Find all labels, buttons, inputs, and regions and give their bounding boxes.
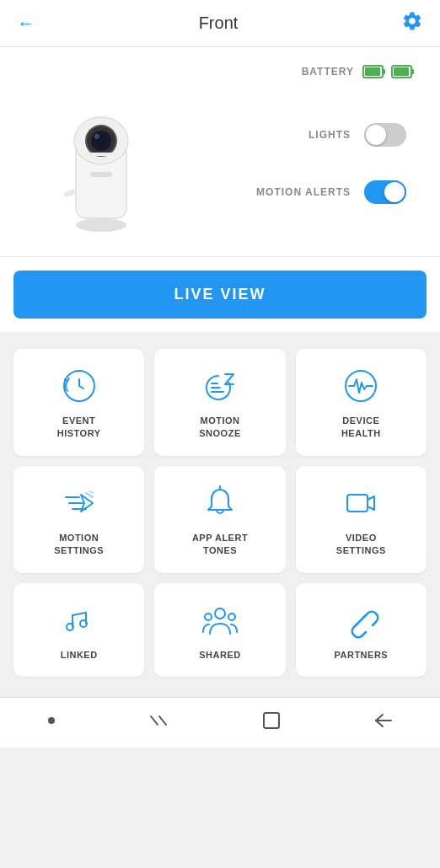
camera-and-controls: LIGHTS MOTION ALERTS [25, 88, 415, 239]
camera-section: BATTERY [0, 47, 440, 256]
svg-point-26 [228, 613, 235, 620]
svg-rect-4 [411, 69, 414, 74]
motion-snooze-icon [201, 367, 239, 405]
battery-icon-1 [362, 64, 386, 79]
svg-line-29 [151, 716, 158, 725]
shared-icon [201, 602, 239, 639]
svg-point-12 [94, 134, 99, 139]
battery-label: BATTERY [302, 66, 354, 78]
motion-alerts-label: MOTION ALERTS [256, 186, 351, 198]
linked-icon [61, 602, 98, 639]
motion-settings-icon [61, 485, 98, 522]
svg-rect-14 [63, 189, 77, 198]
settings-icon[interactable] [401, 10, 423, 37]
nav-menu[interactable] [149, 713, 168, 728]
battery-icons [362, 64, 415, 79]
svg-rect-1 [383, 69, 385, 74]
lights-label: LIGHTS [309, 129, 351, 141]
grid-item-video-settings[interactable]: VIDEOSETTINGS [296, 466, 427, 573]
svg-point-24 [215, 608, 225, 619]
grid-item-motion-snooze[interactable]: MOTIONSNOOZE [154, 349, 285, 456]
svg-point-25 [205, 613, 212, 620]
live-view-section: LIVE VIEW [0, 256, 440, 332]
svg-rect-5 [394, 67, 409, 76]
svg-rect-15 [84, 153, 118, 156]
grid-item-app-alert-tones[interactable]: APP ALERTTONES [154, 466, 285, 573]
grid-item-shared[interactable]: SHARED [154, 583, 285, 677]
grid-item-event-history[interactable]: EVENTHISTORY [13, 349, 144, 456]
controls-column: LIGHTS MOTION ALERTS [256, 123, 415, 204]
motion-settings-label: MOTIONSETTINGS [54, 532, 104, 558]
live-view-button[interactable]: LIVE VIEW [13, 271, 427, 319]
divider-1 [0, 332, 440, 339]
video-settings-icon [342, 485, 379, 522]
lights-control: LIGHTS [309, 123, 406, 147]
battery-row: BATTERY [25, 64, 415, 79]
grid-row-3: LINKED SHARED [13, 583, 427, 677]
lights-toggle-knob [366, 125, 386, 145]
svg-rect-2 [365, 67, 380, 76]
nav-back[interactable] [374, 713, 393, 728]
camera-image [25, 88, 177, 239]
grid-item-device-health[interactable]: DEVICEHEALTH [296, 349, 427, 456]
svg-rect-31 [264, 713, 279, 728]
svg-line-27 [357, 616, 365, 624]
grid-item-linked[interactable]: LINKED [13, 583, 144, 677]
back-button[interactable]: ← [17, 13, 35, 35]
page-title: Front [199, 13, 239, 33]
motion-alerts-toggle[interactable] [364, 180, 406, 204]
motion-alerts-toggle-knob [384, 182, 405, 202]
partners-icon [342, 602, 379, 639]
app-alert-tones-label: APP ALERTTONES [192, 532, 248, 558]
grid-item-motion-settings[interactable]: MOTIONSETTINGS [13, 466, 144, 573]
event-history-label: EVENTHISTORY [57, 415, 101, 441]
device-health-icon [342, 367, 379, 405]
event-history-icon [61, 367, 98, 405]
nav-square[interactable] [262, 711, 281, 730]
bottom-nav [0, 697, 440, 747]
grid-row-2: MOTIONSETTINGS APP ALERTTONES [13, 466, 427, 573]
battery-icon-2 [391, 64, 415, 79]
motion-alerts-control: MOTION ALERTS [256, 180, 406, 204]
grid-row-1: EVENTHISTORY MOTIONSNOOZE [13, 349, 427, 456]
linked-label: LINKED [61, 649, 98, 662]
header: ← Front [0, 0, 440, 47]
motion-snooze-label: MOTIONSNOOZE [199, 415, 240, 441]
svg-rect-21 [347, 495, 368, 512]
svg-point-6 [76, 218, 126, 232]
svg-rect-13 [90, 172, 112, 177]
svg-line-30 [159, 716, 166, 725]
app-alert-tones-icon [201, 485, 239, 522]
nav-dot[interactable] [47, 716, 56, 725]
lights-toggle[interactable] [364, 123, 406, 147]
grid-item-partners[interactable]: PARTNERS [296, 583, 427, 677]
device-health-label: DEVICEHEALTH [341, 415, 381, 441]
video-settings-label: VIDEOSETTINGS [336, 532, 386, 558]
svg-point-28 [48, 717, 55, 724]
partners-label: PARTNERS [334, 649, 388, 662]
shared-label: SHARED [199, 649, 240, 662]
grid-section: EVENTHISTORY MOTIONSNOOZE [0, 339, 440, 697]
